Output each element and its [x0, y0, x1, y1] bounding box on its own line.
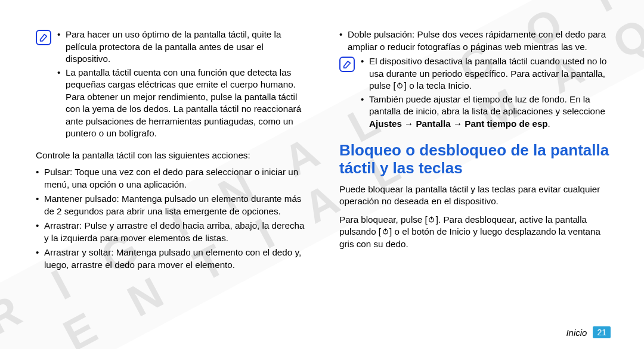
power-icon: [396, 82, 404, 90]
two-column-layout: Para hacer un uso óptimo de la pantalla …: [36, 29, 611, 329]
action-item: Pulsar: Toque una vez con el dedo para s…: [36, 166, 307, 191]
note-1-list: Para hacer un uso óptimo de la pantalla …: [57, 29, 307, 140]
section-para-1: Puede bloquear la pantalla táctil y las …: [339, 183, 611, 208]
top-right-item: Doble pulsación: Pulse dos veces rápidam…: [339, 29, 611, 53]
action-item: Arrastrar: Pulse y arrastre el dedo haci…: [36, 220, 307, 244]
note-icon: [339, 57, 355, 72]
note-2-item: También puede ajustar el tiempo de luz d…: [361, 94, 611, 130]
page-number: 21: [593, 326, 611, 338]
note-1-item: La pantalla táctil cuenta con una funció…: [57, 67, 307, 140]
top-right-list: Doble pulsación: Pulse dos veces rápidam…: [339, 29, 611, 53]
manual-page: O R I G I N A L C O P Y C O N F I D E N …: [0, 0, 644, 349]
note-icon: [36, 30, 51, 45]
section-para-2: Para bloquear, pulse []. Para desbloquea…: [339, 214, 611, 251]
section-heading: Bloqueo o desbloqueo de la pantalla táct…: [339, 142, 611, 177]
action-item: Mantener pulsado: Mantenga pulsado un el…: [36, 193, 307, 217]
power-icon: [428, 215, 436, 223]
note-2-list: El dispositivo desactiva la pantalla tác…: [361, 55, 611, 130]
right-column: Doble pulsación: Pulse dos veces rápidam…: [339, 29, 611, 329]
action-item: Arrastrar y soltar: Mantenga pulsado un …: [36, 247, 307, 271]
note-block-2: El dispositivo desactiva la pantalla tác…: [339, 55, 611, 131]
actions-list: Pulsar: Toque una vez con el dedo para s…: [36, 166, 307, 271]
left-column: Para hacer un uso óptimo de la pantalla …: [36, 29, 307, 329]
intro-text: Controle la pantalla táctil con las sigu…: [36, 149, 307, 162]
power-icon: [381, 228, 389, 236]
footer-section-label: Inicio: [566, 328, 587, 338]
note-1-item: Para hacer un uso óptimo de la pantalla …: [57, 29, 307, 66]
note-block-1: Para hacer un uso óptimo de la pantalla …: [36, 29, 307, 141]
note-2-item: El dispositivo desactiva la pantalla tác…: [361, 55, 611, 92]
page-footer: Inicio 21: [566, 326, 611, 338]
